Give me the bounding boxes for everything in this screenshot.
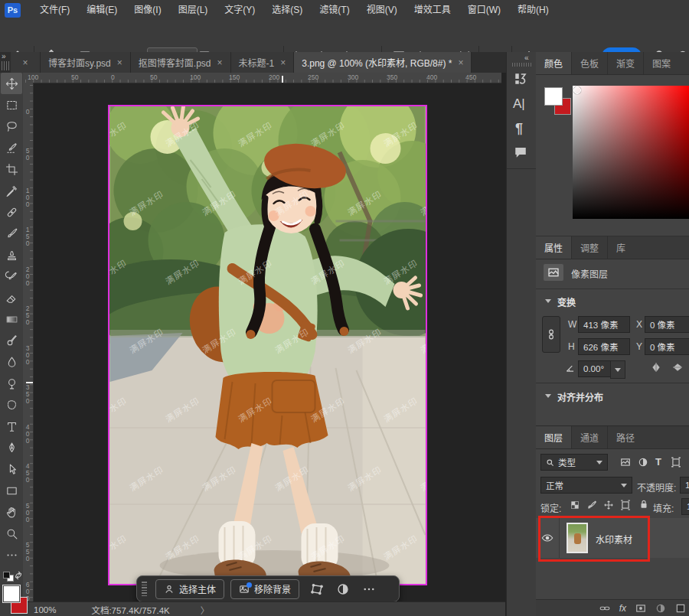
lasso-tool[interactable] — [1, 116, 22, 137]
close-tab-icon[interactable]: × — [280, 57, 286, 68]
close-tab-icon[interactable]: × — [117, 57, 122, 68]
pen-tool[interactable] — [1, 437, 22, 458]
horizontal-ruler[interactable]: 100 50 0 50 100 150 200 250 300 350 400 … — [23, 73, 501, 83]
tab-paths[interactable]: 路径 — [608, 426, 643, 448]
layer-row-watermark[interactable]: 水印素材 — [536, 518, 689, 558]
gradient-tool[interactable] — [1, 308, 22, 330]
document-canvas[interactable]: 满屏水印满屏水印满屏水印满屏水印满屏水印满屏水印满屏水印满屏水印满屏水印满屏水印… — [109, 106, 426, 584]
menu-select[interactable]: 选择(S) — [263, 0, 311, 20]
collapse-panels-icon[interactable]: « — [524, 54, 529, 62]
type-tool[interactable] — [1, 416, 22, 437]
x-input[interactable]: 0 像素 — [645, 316, 689, 333]
zoom-tool[interactable] — [1, 523, 22, 544]
tab-channels[interactable]: 通道 — [572, 426, 608, 448]
close-tab-icon[interactable]: × — [217, 57, 223, 68]
tab-document-4-active[interactable]: 3.png @ 100% (水印素材, RGB/8#) * × — [294, 52, 472, 73]
filter-smart-objects-icon[interactable] — [671, 457, 681, 468]
panel-grip[interactable] — [512, 63, 532, 67]
tab-layers[interactable]: 图层 — [536, 426, 572, 448]
menu-edit[interactable]: 编辑(E) — [78, 0, 126, 20]
tab-gradients[interactable]: 渐变 — [608, 52, 644, 74]
marquee-tool[interactable] — [1, 94, 22, 116]
close-tab-icon[interactable]: × — [458, 57, 463, 68]
color-field-marker[interactable] — [573, 86, 581, 94]
menu-help[interactable]: 帮助(H) — [509, 0, 557, 20]
menu-plugins[interactable]: 增效工具 — [406, 0, 459, 20]
transform-icon[interactable] — [310, 582, 324, 596]
history-brush-tool[interactable] — [1, 266, 22, 287]
menu-window[interactable]: 窗口(W) — [459, 0, 509, 20]
opacity-input[interactable]: 100% — [680, 477, 689, 494]
height-input[interactable]: 626 像素 — [578, 338, 630, 355]
y-input[interactable]: 0 像素 — [645, 338, 689, 355]
dock-grip[interactable] — [2, 61, 9, 70]
vertical-ruler[interactable]: 0 50 100 150 200 250 300 350 400 450 500… — [23, 83, 34, 616]
color-field[interactable] — [573, 86, 689, 219]
status-chevron-icon[interactable]: 〉 — [201, 604, 210, 616]
tab-document-1[interactable]: 博客封面sy.psd × — [41, 52, 131, 73]
lock-pixels-icon[interactable] — [586, 500, 597, 510]
transform-section-title[interactable]: 变换 — [557, 295, 576, 308]
character-panel-icon[interactable]: A| — [513, 96, 525, 112]
comments-panel-icon[interactable] — [514, 145, 527, 159]
tab-patterns[interactable]: 图案 — [644, 52, 679, 74]
menu-filter[interactable]: 滤镜(T) — [311, 0, 358, 20]
angle-dropdown-button[interactable] — [610, 360, 625, 379]
glyphs-panel-icon[interactable] — [514, 72, 527, 86]
menu-type[interactable]: 文字(Y) — [216, 0, 263, 20]
select-subject-button[interactable]: 选择主体 — [155, 579, 224, 599]
blend-mode-dropdown[interactable]: 正常 — [540, 477, 632, 494]
sponge-tool[interactable] — [1, 394, 22, 416]
hand-tool[interactable] — [1, 501, 22, 523]
tab-document-2[interactable]: 抠图博客封面.psd × — [131, 52, 231, 73]
layer-name[interactable]: 水印素材 — [596, 533, 632, 546]
tab-color[interactable]: 颜色 — [536, 52, 572, 74]
layer-visibility-toggle[interactable] — [536, 518, 560, 558]
fill-input[interactable]: 100% — [681, 498, 689, 515]
flip-vertical-icon[interactable] — [672, 362, 683, 373]
width-input[interactable]: 413 像素 — [578, 316, 630, 333]
link-dimensions-icon[interactable] — [542, 316, 560, 353]
section-collapse-caret[interactable] — [545, 299, 551, 303]
edit-toolbar-tool[interactable] — [1, 544, 22, 565]
section-collapse-caret[interactable] — [545, 394, 551, 398]
swap-colors-icon[interactable] — [13, 570, 24, 581]
close-tab-icon[interactable]: × — [22, 57, 28, 68]
tab-document-3[interactable]: 未标题-1 × — [231, 52, 295, 73]
foreground-color-swatch[interactable] — [544, 87, 563, 106]
flip-horizontal-icon[interactable] — [651, 362, 661, 373]
menu-image[interactable]: 图像(I) — [126, 0, 169, 20]
align-section-title[interactable]: 对齐并分布 — [557, 390, 603, 403]
brush-tool[interactable] — [1, 223, 22, 244]
default-colors-icon-front[interactable] — [3, 572, 10, 579]
layer-mask-icon[interactable] — [635, 603, 646, 614]
layer-effects-icon[interactable]: fx — [619, 603, 626, 614]
menu-file[interactable]: 文件(F) — [31, 0, 78, 20]
mixer-brush-tool[interactable] — [1, 330, 22, 351]
path-select-tool[interactable] — [1, 458, 22, 480]
healing-tool[interactable] — [1, 201, 22, 223]
rectangle-tool[interactable] — [1, 480, 22, 501]
adjustment-icon[interactable] — [336, 582, 350, 596]
paragraph-panel-icon[interactable]: ¶ — [515, 121, 523, 137]
layer-thumbnail[interactable] — [567, 523, 588, 553]
link-layers-icon[interactable] — [599, 603, 610, 614]
eyedropper-tool[interactable] — [1, 180, 22, 201]
filter-adjustment-layers-icon[interactable] — [638, 457, 648, 468]
tab-adjustments[interactable]: 调整 — [572, 236, 608, 259]
eraser-tool[interactable] — [1, 287, 22, 308]
expand-dock-icon[interactable]: » — [2, 52, 6, 60]
new-adjustment-layer-icon[interactable] — [655, 603, 666, 614]
clone-stamp-tool[interactable] — [1, 244, 22, 266]
tab-truncated[interactable]: × — [11, 52, 41, 73]
foreground-color-swatch[interactable] — [2, 585, 21, 603]
lock-artboard-icon[interactable] — [620, 500, 631, 510]
taskbar-more-icon[interactable] — [362, 582, 376, 596]
lock-all-icon[interactable] — [638, 499, 649, 510]
taskbar-drag-handle[interactable] — [142, 582, 149, 596]
filter-type-layers-icon[interactable]: T — [655, 456, 661, 468]
object-selection-tool[interactable] — [1, 137, 22, 158]
blur-tool[interactable] — [1, 351, 22, 373]
tab-swatches[interactable]: 色板 — [572, 52, 608, 74]
remove-background-button[interactable]: 移除背景 — [230, 579, 299, 599]
